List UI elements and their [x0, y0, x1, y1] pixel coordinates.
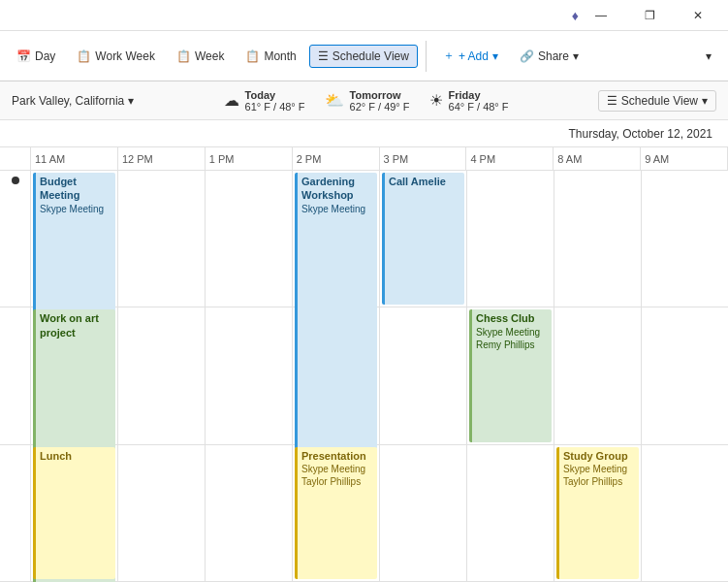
weather-items: ☁ Today 61° F / 48° F ⛅ Tomorrow 62° F /…: [224, 89, 509, 113]
col-3pm-row1[interactable]: Call Amelie: [380, 171, 466, 307]
col-11am-row2[interactable]: Work on art project: [31, 307, 117, 444]
col-8am-row3[interactable]: Study Group Skype Meeting Taylor Phillip…: [554, 445, 641, 582]
study-group-event[interactable]: Study Group Skype Meeting Taylor Phillip…: [556, 447, 639, 579]
friday-label: Friday: [449, 89, 509, 101]
location-chevron-icon: ▾: [128, 94, 134, 108]
col-9am-row1[interactable]: [642, 171, 728, 307]
tomorrow-weather: ⛅ Tomorrow 62° F / 49° F: [325, 89, 410, 113]
cloud-icon: ☁: [224, 91, 239, 110]
location-text: Park Valley, California: [12, 94, 124, 108]
presentation-event[interactable]: Presentation Skype Meeting Taylor Philli…: [295, 447, 377, 579]
weather-schedule-view-button[interactable]: ☰ Schedule View ▾: [598, 90, 716, 112]
calendar-grid: Budget Meeting Skype Meeting Work on art…: [0, 171, 728, 582]
col-3pm-row3[interactable]: [380, 445, 466, 582]
week-button[interactable]: 📋 Week: [168, 45, 233, 68]
col-8am: Study Group Skype Meeting Taylor Phillip…: [554, 171, 642, 582]
col-1pm-row1[interactable]: [206, 171, 292, 307]
schedule-view-weather-label: Schedule View: [621, 94, 698, 108]
share-icon: 🔗: [520, 49, 534, 63]
chevron-down-icon: ▾: [706, 49, 712, 63]
col-4pm-row1[interactable]: [467, 171, 554, 307]
schedule-view-button[interactable]: ☰ Schedule View: [309, 45, 418, 68]
sunny-icon: ☀: [429, 91, 443, 110]
ribbon-expand-button[interactable]: ▾: [697, 45, 720, 68]
col-2pm-row1[interactable]: Gardening Workshop Skype Meeting: [293, 171, 379, 307]
col-8am-row2[interactable]: [554, 307, 641, 444]
schedule-view-icon: ☰: [318, 49, 329, 63]
workweek-icon: 📋: [77, 49, 91, 63]
title-bar: ♦ — ❐ ✕: [0, 0, 728, 31]
time-slot-2pm: 2 PM: [293, 147, 380, 170]
time-slot-12pm: 12 PM: [118, 147, 206, 170]
gardening-workshop-event[interactable]: Gardening Workshop Skype Meeting: [295, 173, 377, 449]
col-2pm-row3[interactable]: Presentation Skype Meeting Taylor Philli…: [293, 445, 379, 582]
month-button[interactable]: 📋 Month: [237, 45, 304, 68]
friday-temp: 64° F / 48° F: [449, 101, 509, 113]
presentation-sub1: Skype Meeting: [301, 463, 373, 475]
weather-location[interactable]: Park Valley, California ▾: [12, 94, 134, 108]
share-label: Share: [538, 49, 569, 63]
workweek-button[interactable]: 📋 Work Week: [68, 45, 164, 68]
title-bar-controls: — ❐ ✕: [579, 0, 720, 31]
schedule-icon: ☰: [607, 94, 617, 108]
time-label-cell: [0, 147, 31, 170]
col-11am-row3[interactable]: Lunch: [31, 445, 117, 582]
budget-meeting-sub: Skype Meeting: [40, 203, 111, 215]
col-1pm-row2[interactable]: [206, 307, 292, 444]
col-4pm-row3[interactable]: [467, 445, 554, 582]
month-label: Month: [264, 49, 296, 63]
time-grid: Budget Meeting Skype Meeting Work on art…: [31, 171, 728, 582]
tomorrow-temp: 62° F / 49° F: [350, 101, 410, 113]
row-label-1: [0, 171, 30, 307]
time-slot-8am: 8 AM: [554, 147, 641, 170]
current-time-dot: [12, 177, 19, 184]
col-11am-row1[interactable]: Budget Meeting Skype Meeting: [31, 171, 117, 307]
time-header-row: 11 AM 12 PM 1 PM 2 PM 3 PM 4 PM 8 AM 9 A…: [0, 147, 728, 171]
time-slot-4pm: 4 PM: [466, 147, 554, 170]
col-12pm-row1[interactable]: [118, 171, 205, 307]
date-header-text: Thursday, October 12, 2021: [568, 127, 712, 141]
gardening-workshop-title: Gardening Workshop: [301, 175, 373, 203]
share-button[interactable]: 🔗 Share ▾: [511, 45, 587, 68]
lunch-event[interactable]: Lunch: [33, 447, 115, 579]
calendar-container: 11 AM 12 PM 1 PM 2 PM 3 PM 4 PM 8 AM 9 A…: [0, 147, 728, 582]
friday-weather: ☀ Friday 64° F / 48° F: [429, 89, 509, 113]
minimize-button[interactable]: —: [579, 0, 623, 31]
add-button[interactable]: ＋ + Add ▾: [434, 43, 507, 69]
col-1pm-row3[interactable]: [206, 445, 292, 582]
today-weather: ☁ Today 61° F / 48° F: [224, 89, 305, 113]
lunch-title: Lunch: [40, 449, 111, 463]
chess-club-event[interactable]: Chess Club Skype Meeting Remy Phillips: [469, 309, 552, 441]
row-label-col: [0, 171, 31, 582]
col-4pm-row2[interactable]: Chess Club Skype Meeting Remy Phillips: [467, 307, 554, 444]
ribbon-separator-1: [426, 41, 427, 72]
col-12pm-row2[interactable]: [118, 307, 205, 444]
call-amelie-event[interactable]: Call Amelie: [382, 173, 464, 305]
chess-club-sub2: Remy Phillips: [476, 339, 548, 351]
col-2pm: Gardening Workshop Skype Meeting Present…: [293, 171, 380, 582]
share-chevron-icon: ▾: [573, 49, 579, 63]
row-label-2: [0, 307, 30, 444]
col-3pm: Call Amelie: [380, 171, 467, 582]
gardening-workshop-sub: Skype Meeting: [301, 203, 373, 215]
col-3pm-row2[interactable]: [380, 307, 466, 444]
restore-button[interactable]: ❐: [627, 0, 672, 31]
schedule-view-label: Schedule View: [332, 49, 409, 63]
add-chevron-icon: ▾: [492, 49, 498, 63]
time-slot-11am: 11 AM: [31, 147, 118, 170]
col-8am-row1[interactable]: [554, 171, 641, 307]
time-slot-9am: 9 AM: [641, 147, 728, 170]
col-1pm: [206, 171, 293, 582]
ribbon: 📅 Day 📋 Work Week 📋 Week 📋 Month ☰ Sched…: [0, 31, 728, 81]
add-icon: ＋: [443, 48, 455, 64]
col-9am-row2[interactable]: [642, 307, 728, 444]
col-12pm-row3[interactable]: [118, 445, 205, 582]
presentation-title: Presentation: [301, 449, 373, 463]
close-button[interactable]: ✕: [676, 0, 720, 31]
time-slot-1pm: 1 PM: [206, 147, 293, 170]
time-slot-3pm: 3 PM: [380, 147, 467, 170]
day-label: Day: [35, 49, 55, 63]
col-9am-row3[interactable]: [642, 445, 728, 582]
tomorrow-label: Tomorrow: [350, 89, 410, 101]
day-button[interactable]: 📅 Day: [8, 45, 64, 68]
